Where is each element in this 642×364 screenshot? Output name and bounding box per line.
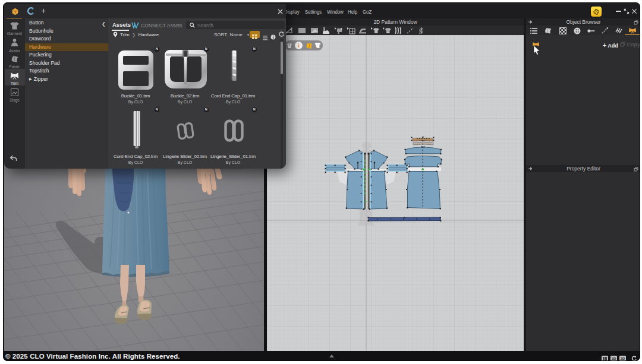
svg-text:3D: 3D	[612, 357, 616, 360]
svg-text:2D: 2D	[621, 357, 625, 360]
